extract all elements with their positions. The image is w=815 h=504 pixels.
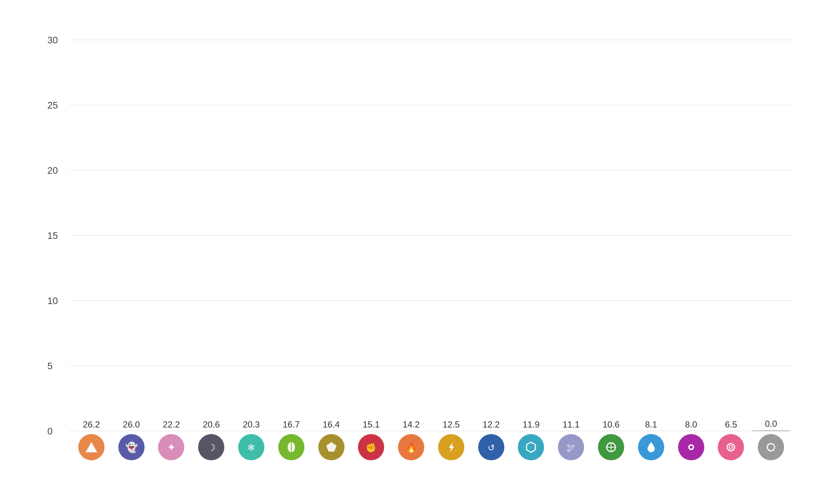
bar-value-label: 16.7	[283, 420, 300, 430]
bar-group: 16.4	[313, 420, 350, 431]
type-icon-circle	[78, 434, 105, 460]
svg-text:↺: ↺	[488, 443, 495, 453]
svg-text:🕊: 🕊	[567, 443, 575, 453]
x-axis-icon	[513, 434, 550, 460]
bar-group: 26.0	[113, 420, 150, 431]
x-axis-icon	[673, 434, 710, 460]
bar-value-label: 22.2	[163, 420, 180, 430]
bar-value-label: 26.2	[83, 420, 100, 430]
type-icon-circle: 🔥	[398, 434, 424, 460]
type-icon-circle: ✦	[158, 434, 184, 460]
bar-value-label: 16.4	[323, 420, 340, 430]
bar-group: 22.2	[153, 420, 190, 431]
bar-group: 26.2	[73, 420, 110, 431]
type-icon-circle: 🕊	[558, 434, 584, 460]
grid-and-bars: 051015202530 26.226.022.220.620.316.716.…	[69, 40, 793, 431]
bar-group: 0.0	[752, 419, 790, 431]
bar-value-label: 12.5	[443, 420, 460, 430]
bar-value-label: 6.5	[725, 420, 737, 430]
x-axis-icon: ↺	[473, 434, 510, 460]
svg-text:❄: ❄	[247, 442, 255, 453]
type-icon-circle: 👻	[118, 434, 145, 460]
grid-tick-label: 5	[47, 361, 52, 372]
x-axis-icon: ✦	[153, 434, 190, 460]
grid-tick-label: 15	[47, 230, 58, 241]
x-axis-icon: ❄	[233, 434, 270, 460]
chart-area: 051015202530 26.226.022.220.620.316.716.…	[69, 40, 793, 460]
bar-group: 8.1	[633, 420, 670, 431]
bar-value-label: 8.1	[645, 420, 657, 430]
grid-tick-label: 25	[47, 100, 58, 111]
bar-value-label: 14.2	[403, 420, 420, 430]
type-icon-circle: ↺	[478, 434, 504, 460]
svg-marker-12	[527, 442, 535, 452]
x-axis-icon	[592, 434, 630, 460]
bar-group: 16.7	[273, 420, 310, 431]
svg-text:☽: ☽	[207, 442, 216, 453]
type-icon-circle	[758, 434, 784, 460]
svg-text:👻: 👻	[125, 441, 138, 453]
x-icons-row: 👻✦☽❄✊🔥↺🕊	[69, 434, 793, 460]
bar-group: 20.3	[233, 420, 270, 431]
type-icon-circle	[598, 434, 624, 460]
x-axis-icon	[633, 434, 670, 460]
bar-value-label: 15.1	[363, 420, 380, 430]
type-icon-circle	[718, 434, 744, 460]
type-icon-circle	[278, 434, 304, 460]
x-axis-icon: ✊	[353, 434, 390, 460]
bar-group: 20.6	[193, 420, 230, 431]
type-icon-circle: ☽	[198, 434, 224, 460]
type-icon-circle	[438, 434, 464, 460]
bar-group: 12.2	[473, 420, 510, 431]
x-axis-icon: 🔥	[393, 434, 430, 460]
grid-tick-label: 10	[47, 295, 58, 307]
svg-marker-10	[449, 442, 454, 452]
chart-body: 051015202530 26.226.022.220.620.316.716.…	[44, 40, 793, 460]
type-icon-circle: ✊	[358, 434, 384, 460]
svg-point-22	[767, 444, 775, 451]
bar-group: 11.1	[552, 420, 590, 431]
grid-tick-label: 0	[47, 426, 52, 437]
bar-value-label: 8.0	[685, 420, 697, 430]
bar-group: 10.6	[592, 420, 630, 431]
chart-container: 051015202530 26.226.022.220.620.316.716.…	[0, 0, 815, 504]
svg-text:🔥: 🔥	[405, 442, 417, 453]
bar-group: 6.5	[713, 420, 750, 431]
bar-group: 11.9	[513, 420, 550, 431]
x-axis-icon	[273, 434, 310, 460]
x-axis-icon	[73, 434, 110, 460]
bar-value-label: 12.2	[483, 420, 500, 430]
bar-value-label: 11.1	[563, 420, 580, 430]
svg-text:✦: ✦	[167, 442, 176, 453]
x-axis-icon: 🕊	[552, 434, 590, 460]
x-axis-icon	[752, 434, 790, 460]
svg-text:✊: ✊	[366, 442, 377, 453]
grid-tick-label: 20	[47, 165, 58, 176]
bar-group: 14.2	[393, 420, 430, 431]
grid-tick-label: 30	[47, 35, 58, 46]
bar-group: 15.1	[353, 420, 390, 431]
x-axis-icon	[713, 434, 750, 460]
type-icon-circle	[678, 434, 704, 460]
svg-point-21	[731, 447, 732, 448]
x-axis-icon	[433, 434, 470, 460]
bar-value-label: 26.0	[123, 420, 140, 430]
svg-marker-7	[326, 442, 336, 452]
bar-value-label: 10.6	[603, 420, 620, 430]
bar-group: 8.0	[673, 420, 710, 431]
x-axis-icon: ☽	[193, 434, 230, 460]
bar-rect	[752, 430, 790, 431]
type-icon-circle	[318, 434, 344, 460]
svg-point-18	[690, 446, 693, 449]
type-icon-circle: ❄	[238, 434, 264, 460]
svg-marker-0	[86, 442, 97, 452]
bar-value-label: 20.6	[203, 420, 220, 430]
bar-value-label: 0.0	[765, 419, 777, 429]
x-axis-icon	[313, 434, 350, 460]
bars-row: 26.226.022.220.620.316.716.415.114.212.5…	[69, 40, 793, 431]
type-icon-circle	[518, 434, 544, 460]
bar-value-label: 20.3	[243, 420, 260, 430]
bar-group: 12.5	[433, 420, 470, 431]
x-axis-icon: 👻	[113, 434, 150, 460]
bar-value-label: 11.9	[523, 420, 540, 430]
